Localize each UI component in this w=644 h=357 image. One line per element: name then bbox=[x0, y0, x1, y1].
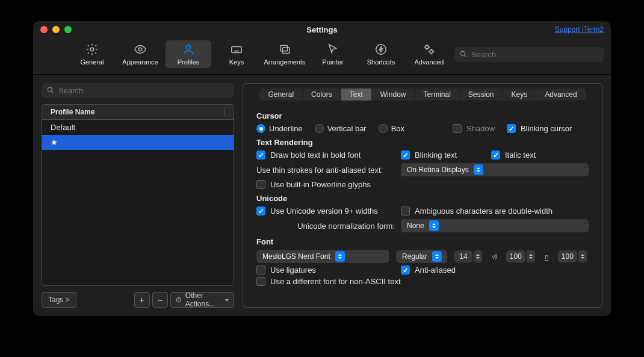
zoom-icon[interactable] bbox=[64, 26, 72, 33]
toolbar-label: Keys bbox=[229, 58, 244, 66]
powerline-check[interactable]: Use built-in Powerline glyphs bbox=[256, 180, 371, 189]
keyboard-icon bbox=[230, 43, 243, 56]
tags-button[interactable]: Tags > bbox=[42, 292, 76, 308]
toolbar-profiles[interactable]: Profiles bbox=[166, 40, 211, 68]
profile-list: Profile Name Default ★ bbox=[42, 104, 234, 286]
pointer-icon bbox=[326, 43, 339, 56]
cursor-underline-radio[interactable]: Underline bbox=[256, 124, 303, 133]
support-link[interactable]: Support iTerm2 bbox=[555, 25, 604, 34]
vspacing-stepper[interactable]: 100 bbox=[558, 250, 587, 262]
toolbar-advanced[interactable]: Advanced bbox=[406, 40, 452, 68]
hspacing-stepper[interactable]: 100 bbox=[506, 250, 535, 262]
select-value: None bbox=[407, 222, 424, 230]
toolbar-arrangements[interactable]: Arrangements bbox=[262, 40, 308, 68]
profile-row-default[interactable]: Default bbox=[42, 120, 234, 135]
bolt-icon bbox=[374, 43, 388, 56]
normalization-select[interactable]: None bbox=[401, 219, 589, 232]
ligatures-check[interactable]: Use ligatures bbox=[256, 265, 389, 275]
window-title: Settings bbox=[306, 25, 337, 34]
toolbar-label: Profiles bbox=[178, 58, 200, 66]
add-profile-button[interactable]: ＋ bbox=[134, 292, 150, 308]
star-icon: ★ bbox=[51, 138, 58, 147]
cursor-box-radio[interactable]: Box bbox=[379, 124, 404, 133]
tab-general[interactable]: General bbox=[259, 88, 303, 101]
normalization-label: Unicode normalization form: bbox=[256, 222, 395, 231]
close-icon[interactable] bbox=[40, 26, 48, 33]
sidebar-bottom: Tags > ＋ − ⊙ Other Actions... bbox=[42, 292, 234, 308]
font-size-stepper[interactable]: 14 bbox=[454, 250, 482, 262]
profile-row-starred[interactable]: ★ bbox=[42, 135, 234, 150]
cursor-blinking-check[interactable]: Blinking cursor bbox=[507, 124, 572, 133]
updown-icon bbox=[474, 250, 482, 262]
settings-window: Settings Support iTerm2 General Appearan… bbox=[33, 21, 611, 316]
svg-rect-4 bbox=[280, 46, 288, 51]
textrendering-row1: Draw bold text in bold font Blinking tex… bbox=[256, 151, 589, 160]
toolbar-general[interactable]: General bbox=[69, 40, 115, 68]
font-family-select[interactable]: MesloLGS Nerd Font bbox=[256, 250, 389, 263]
check-label: Shadow bbox=[466, 124, 495, 133]
tab-session[interactable]: Session bbox=[460, 88, 503, 101]
toolbar-keys[interactable]: Keys bbox=[214, 40, 259, 68]
toolbar-search-input[interactable] bbox=[454, 47, 604, 62]
toolbar-appearance[interactable]: Appearance bbox=[117, 40, 163, 68]
main-panel: General Colors Text Window Terminal Sess… bbox=[243, 83, 602, 308]
thin-strokes-label: Use thin strokes for anti-aliased text: bbox=[256, 166, 395, 175]
body: Profile Name Default ★ Tags > ＋ − ⊙ Othe… bbox=[33, 75, 611, 316]
profile-list-header[interactable]: Profile Name bbox=[42, 105, 234, 120]
section-textrendering-title: Text Rendering bbox=[256, 138, 589, 147]
titlebar: Settings Support iTerm2 bbox=[33, 21, 611, 38]
toolbar-label: Arrangements bbox=[264, 58, 305, 66]
minimize-icon[interactable] bbox=[52, 26, 60, 33]
tab-terminal[interactable]: Terminal bbox=[415, 88, 459, 101]
tab-window[interactable]: Window bbox=[372, 88, 415, 101]
toolbar-label: Appearance bbox=[122, 58, 158, 66]
other-actions-menu[interactable]: ⊙ Other Actions... bbox=[170, 292, 234, 308]
font-row2: Use ligatures Anti-aliased bbox=[256, 265, 589, 275]
select-value: MesloLGS Nerd Font bbox=[262, 252, 330, 261]
unicode-row1: Use Unicode version 9+ widths Ambiguous … bbox=[256, 206, 589, 216]
check-label: Draw bold text in bold font bbox=[270, 151, 361, 160]
other-actions-label: Other Actions... bbox=[185, 291, 229, 308]
powerline-row: Use built-in Powerline glyphs bbox=[256, 180, 589, 189]
svg-point-2 bbox=[186, 45, 190, 49]
different-nonascii-check[interactable]: Use a different font for non-ASCII text bbox=[256, 277, 401, 286]
tab-advanced[interactable]: Advanced bbox=[536, 88, 585, 101]
search-icon bbox=[459, 50, 468, 60]
stepper-value: 14 bbox=[454, 250, 472, 262]
updown-icon bbox=[474, 164, 483, 175]
svg-point-6 bbox=[376, 45, 386, 55]
svg-point-0 bbox=[90, 48, 94, 51]
font-weight-select[interactable]: Regular bbox=[396, 250, 447, 263]
svg-point-10 bbox=[48, 87, 52, 92]
check-label: Blinking text bbox=[415, 151, 457, 160]
gear-icon bbox=[85, 43, 99, 56]
sidebar-search-input[interactable] bbox=[42, 83, 234, 98]
remove-profile-button[interactable]: − bbox=[152, 292, 168, 308]
ambiguous-check[interactable]: Ambiguous characters are double-width bbox=[401, 206, 553, 216]
tags-label: Tags > bbox=[48, 296, 70, 304]
cursor-shadow-check[interactable]: Shadow bbox=[453, 124, 495, 133]
section-unicode-title: Unicode bbox=[256, 194, 589, 203]
select-value: Regular bbox=[402, 252, 427, 261]
check-label: Use a different font for non-ASCII text bbox=[270, 277, 401, 286]
radio-label: Box bbox=[391, 124, 404, 133]
sidebar: Profile Name Default ★ Tags > ＋ − ⊙ Othe… bbox=[42, 83, 234, 308]
toolbar-pointer[interactable]: Pointer bbox=[310, 40, 356, 68]
cursor-vertical-radio[interactable]: Vertical bar bbox=[315, 124, 367, 133]
antialiased-check[interactable]: Anti-aliased bbox=[401, 265, 456, 275]
select-value: On Retina Displays bbox=[407, 166, 469, 174]
blinking-text-check[interactable]: Blinking text bbox=[401, 151, 479, 160]
toolbar-label: Advanced bbox=[415, 58, 444, 66]
italic-check[interactable]: Italic text bbox=[491, 151, 536, 160]
tab-keys[interactable]: Keys bbox=[503, 88, 537, 101]
radio-label: Vertical bar bbox=[327, 124, 367, 133]
tab-text[interactable]: Text bbox=[341, 88, 372, 101]
tab-colors[interactable]: Colors bbox=[303, 88, 341, 101]
thin-strokes-select[interactable]: On Retina Displays bbox=[401, 163, 589, 176]
bold-check[interactable]: Draw bold text in bold font bbox=[256, 151, 389, 160]
toolbar-shortcuts[interactable]: Shortcuts bbox=[358, 40, 404, 68]
unicode9-check[interactable]: Use Unicode version 9+ widths bbox=[256, 206, 389, 216]
svg-rect-5 bbox=[282, 48, 289, 53]
cursor-row: Underline Vertical bar Box Shadow Blinki… bbox=[256, 124, 589, 133]
main-content: Cursor Underline Vertical bar Box Shadow… bbox=[243, 101, 602, 298]
